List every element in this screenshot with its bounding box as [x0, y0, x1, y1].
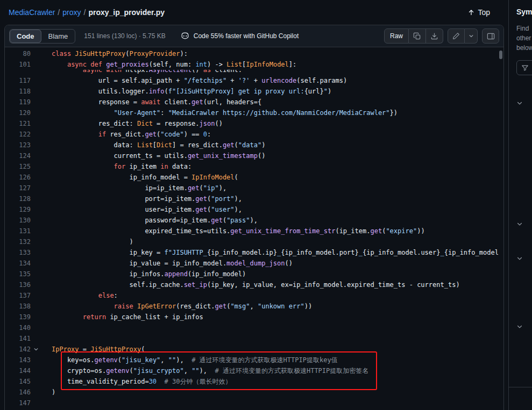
fold-spacer	[31, 183, 41, 193]
line-number[interactable]: 134	[5, 258, 31, 269]
line-number[interactable]: 123	[5, 140, 31, 150]
code-row: 133 ip_key = f"JISUHTTP_{ip_info_model.i…	[5, 247, 503, 258]
symbols-filter-box[interactable]	[516, 60, 532, 75]
fold-spacer	[31, 193, 41, 204]
line-number[interactable]: 139	[5, 312, 31, 322]
line-number[interactable]: 128	[5, 193, 31, 204]
breadcrumb: MediaCrawler/proxy/proxy_ip_provider.py	[9, 8, 165, 17]
code-row: 135 ip_infos.append(ip_info_model)	[5, 269, 503, 279]
line-number[interactable]: 117	[5, 75, 31, 86]
line-number[interactable]: 133	[5, 247, 31, 258]
copilot-icon	[181, 32, 189, 40]
code-blame-switcher: Code Blame	[9, 29, 75, 44]
edit-button[interactable]	[448, 28, 465, 44]
fold-spacer	[31, 290, 41, 301]
code-line-text: res_dict: Dict = response.json()	[52, 118, 223, 129]
line-number[interactable]: 143	[5, 355, 31, 365]
line-number[interactable]: 80	[5, 48, 31, 59]
code-line-text: time_validity_period=30 # 30分钟（最长时效）	[52, 376, 231, 387]
code-line-text: class JiSuHttpProxy(ProxyProvider):	[52, 48, 188, 59]
line-number[interactable]: 138	[5, 301, 31, 312]
line-number[interactable]: 135	[5, 269, 31, 279]
code-row: 80class JiSuHttpProxy(ProxyProvider):	[5, 48, 503, 59]
code-row: 128 port=ip_item.get("port"),	[5, 193, 503, 204]
toolbar-right-controls: Raw	[384, 28, 499, 44]
raw-button[interactable]: Raw	[384, 28, 409, 44]
description-line: below	[516, 43, 532, 53]
code-line-text: IpProxy = JiSuHttpProxy(	[52, 344, 145, 355]
line-number[interactable]: 129	[5, 204, 31, 215]
edit-button-group	[448, 28, 478, 44]
scrollbar-thumb[interactable]	[499, 51, 502, 59]
line-number[interactable]: 147	[5, 398, 31, 408]
code-line-text: ip=ip_item.get("ip"),	[52, 183, 226, 193]
line-number[interactable]: 132	[5, 236, 31, 247]
chevron-down-icon[interactable]	[516, 255, 523, 262]
code-row: 139 return ip_cache_list + ip_infos	[5, 312, 503, 322]
line-number[interactable]: 120	[5, 107, 31, 118]
code-line-text: response = await client.get(url, headers…	[52, 97, 261, 107]
breadcrumb-repo-link[interactable]: MediaCrawler	[9, 8, 55, 17]
line-number[interactable]: 118	[5, 86, 31, 97]
line-number[interactable]: 145	[5, 376, 31, 387]
fold-spacer	[31, 150, 41, 161]
code-line-text: )	[52, 236, 133, 247]
tab-code[interactable]: Code	[10, 30, 41, 43]
line-number[interactable]: 146	[5, 387, 31, 398]
code-row: 124 current_ts = utils.get_unix_timestam…	[5, 150, 503, 161]
code-row: 121 res_dict: Dict = response.json()	[5, 118, 503, 129]
breadcrumb-separator: /	[83, 8, 86, 17]
code-row: 143 key=os.getenv("jisu_key", ""), # 通过环…	[5, 355, 503, 365]
line-number[interactable]: 141	[5, 333, 31, 344]
download-button[interactable]	[426, 28, 443, 44]
symbols-panel-toggle-button[interactable]	[482, 28, 499, 44]
fold-spacer	[31, 161, 41, 172]
fold-spacer	[31, 398, 41, 408]
code-row: 146)	[5, 387, 503, 398]
partially-scrolled-line: async with httpx.AsyncClient() as client…	[5, 70, 503, 75]
line-number[interactable]: 127	[5, 183, 31, 193]
line-number[interactable]: 137	[5, 290, 31, 301]
line-number[interactable]: 144	[5, 365, 31, 376]
line-number[interactable]: 131	[5, 226, 31, 236]
code-line-text: ip_value = ip_info_model.model_dump_json…	[52, 258, 293, 269]
collapse-chevron-icon[interactable]	[31, 344, 41, 355]
line-number[interactable]: 119	[5, 97, 31, 107]
code-row: 129 user=ip_item.get("user"),	[5, 204, 503, 215]
fold-spacer	[31, 355, 41, 365]
fold-spacer	[31, 269, 41, 279]
line-number[interactable]: 130	[5, 215, 31, 226]
copy-button[interactable]	[409, 28, 426, 44]
line-number[interactable]: 101	[5, 59, 31, 70]
line-number[interactable]: 124	[5, 150, 31, 161]
line-number[interactable]: 122	[5, 129, 31, 140]
breadcrumb-separator: /	[58, 8, 60, 17]
chevron-down-icon[interactable]	[516, 221, 523, 227]
code-line-text: raise IpGetError(res_dict.get("msg", "un…	[52, 301, 312, 312]
code-row: 138 raise IpGetError(res_dict.get("msg",…	[5, 301, 503, 312]
github-file-page: MediaCrawler/proxy/proxy_ip_provider.py …	[0, 0, 532, 410]
edit-dropdown-button[interactable]	[465, 28, 478, 44]
chevron-down-icon[interactable]	[516, 100, 523, 106]
code-line-text: "User-Agent": "MediaCrawler https://gith…	[52, 107, 398, 118]
line-number[interactable]: 136	[5, 279, 31, 290]
code-line-text: for ip_item in data:	[52, 161, 191, 172]
scroll-to-top-button[interactable]: Top	[464, 8, 493, 17]
code-viewer: 80class JiSuHttpProxy(ProxyProvider):101…	[5, 47, 503, 410]
code-line-text: port=ip_item.get("port"),	[52, 193, 242, 204]
line-number[interactable]: 126	[5, 172, 31, 183]
line-number[interactable]: 142	[5, 344, 31, 355]
description-line: Find	[516, 24, 532, 33]
code-line-text: key=os.getenv("jisu_key", ""), # 通过环境变量的…	[52, 355, 338, 365]
chevron-down-icon[interactable]	[516, 323, 523, 330]
fold-spacer	[31, 48, 41, 59]
fold-spacer	[31, 226, 41, 236]
chevron-down-icon	[469, 33, 474, 39]
line-number[interactable]: 140	[5, 322, 31, 333]
fold-spacer	[31, 365, 41, 376]
line-number[interactable]: 121	[5, 118, 31, 129]
fold-spacer	[31, 70, 41, 75]
breadcrumb-folder-link[interactable]: proxy	[62, 8, 81, 17]
line-number[interactable]: 125	[5, 161, 31, 172]
tab-blame[interactable]: Blame	[41, 30, 75, 43]
